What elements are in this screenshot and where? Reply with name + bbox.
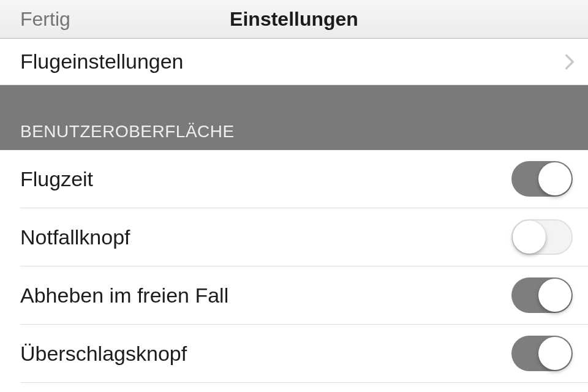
row-label: Flugzeit xyxy=(20,167,93,191)
toggle-knob xyxy=(538,162,571,195)
toggle-flight-time[interactable] xyxy=(511,161,573,197)
row-label: Notfallknopf xyxy=(20,225,130,249)
row-label: Abheben im freien Fall xyxy=(20,284,228,307)
section-header-ui: BENUTZEROBERFLÄCHE xyxy=(0,85,588,150)
row-flight-time: Flugzeit xyxy=(0,150,588,208)
page-title: Einstellungen xyxy=(230,8,358,31)
toggle-knob xyxy=(513,221,546,254)
row-label: Überschlagsknopf xyxy=(20,342,187,366)
navbar: Fertig Einstellungen xyxy=(0,0,588,39)
toggle-knob xyxy=(538,279,571,312)
settings-list: Flugzeit Notfallknopf Abheben im freien … xyxy=(0,150,588,392)
row-emergency-button: Notfallknopf xyxy=(20,208,588,266)
toggle-flip-button[interactable] xyxy=(511,336,573,371)
chevron-right-icon xyxy=(565,53,575,70)
flight-settings-row[interactable]: Flugeinstellungen xyxy=(0,39,588,85)
toggle-knob xyxy=(538,337,571,370)
toggle-freefall-takeoff[interactable] xyxy=(511,277,573,313)
row-photo-button: Fotoknopf xyxy=(20,382,588,392)
row-freefall-takeoff: Abheben im freien Fall xyxy=(20,266,588,324)
toggle-emergency-button[interactable] xyxy=(511,219,573,255)
row-flip-button: Überschlagsknopf xyxy=(20,324,588,382)
flight-settings-label: Flugeinstellungen xyxy=(20,50,184,74)
done-button[interactable]: Fertig xyxy=(20,8,70,31)
